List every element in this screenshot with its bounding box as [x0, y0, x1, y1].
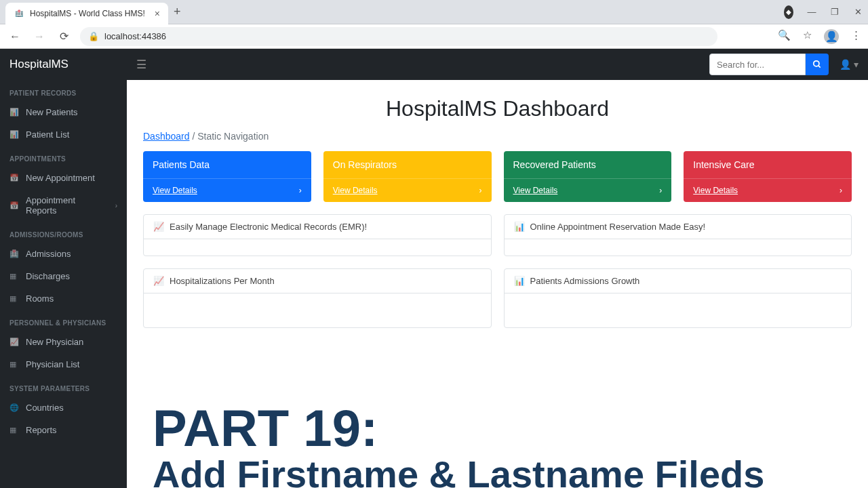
reload-button[interactable]: ⟳ [56, 28, 72, 45]
sidebar-item-icon: 🌐 [9, 403, 19, 412]
panel-appointment: 📊Online Appointment Reservation Made Eas… [504, 214, 852, 256]
sidebar-heading: PERSONNEL & PHYSICIANS [0, 310, 127, 331]
app-brand[interactable]: HospitalMS [0, 49, 127, 80]
lock-icon: 🔒 [88, 31, 99, 41]
sidebar-item-icon: 🏥 [9, 249, 19, 258]
sidebar-item-label: Countries [26, 403, 64, 413]
breadcrumb-current: Static Navigation [197, 131, 269, 142]
sidebar-item-label: New Physician [26, 337, 83, 347]
sidebar-item-rooms[interactable]: ▦Rooms [0, 287, 127, 310]
sidebar-item-icon: 📊 [9, 130, 19, 139]
sidebar-item-label: Appointment Reports [26, 195, 108, 216]
zoom-icon[interactable]: 🔍 [778, 29, 791, 44]
page-title: HospitalMS Dashboard [143, 96, 852, 121]
extension-icon[interactable]: ◆ [784, 7, 793, 17]
sidebar-item-appointment-reports[interactable]: 📅Appointment Reports› [0, 189, 127, 222]
menu-icon[interactable]: ⋮ [851, 29, 861, 44]
sidebar: PATIENT RECORDS📊New Patients📊Patient Lis… [0, 49, 127, 488]
user-menu[interactable]: 👤 ▾ [840, 59, 859, 70]
sidebar-item-discharges[interactable]: ▦Discharges [0, 265, 127, 287]
sidebar-item-new-physician[interactable]: 📈New Physician [0, 331, 127, 353]
forward-button[interactable]: → [31, 28, 47, 45]
sidebar-item-label: Reports [26, 425, 57, 435]
chart-area-icon: 📈 [153, 222, 164, 232]
browser-address-bar: ← → ⟳ 🔒 localhost:44386 🔍 ☆ 👤 ⋮ [0, 24, 868, 49]
sidebar-heading: APPOINTMENTS [0, 146, 127, 167]
sidebar-toggle-icon[interactable]: ☰ [136, 58, 146, 72]
sidebar-item-icon: ▦ [9, 272, 19, 281]
chevron-right-icon: › [840, 186, 842, 195]
url-text: localhost:44386 [104, 31, 166, 41]
breadcrumb-root[interactable]: Dashboard [143, 131, 190, 142]
view-details-link[interactable]: View Details [153, 186, 197, 195]
view-details-link[interactable]: View Details [333, 186, 378, 195]
bookmark-icon[interactable]: ☆ [803, 29, 812, 44]
sidebar-item-new-patients[interactable]: 📊New Patients [0, 101, 127, 123]
view-details-link[interactable]: View Details [693, 186, 738, 195]
sidebar-item-admissions[interactable]: 🏥Admissions [0, 243, 127, 265]
tab-title: HospitalMS - World Class HMS! [30, 9, 145, 18]
search-input[interactable] [709, 54, 806, 75]
chevron-right-icon: › [299, 186, 302, 195]
app-topbar: ☰ 👤 ▾ [127, 49, 868, 80]
panel-admissions-growth: 📊Patients Admissions Growth [504, 268, 852, 328]
stat-card-title: On Respirators [323, 151, 492, 178]
sidebar-item-icon: 📊 [9, 108, 19, 117]
sidebar-item-new-appointment[interactable]: 📅New Appointment [0, 167, 127, 189]
panel-emr: 📈Easily Manage Electronic Medical Record… [143, 214, 492, 256]
browser-tab-strip: 🏥 HospitalMS - World Class HMS! × + ◆ — … [0, 0, 868, 24]
sidebar-heading: ADMISSIONS/ROOMS [0, 222, 127, 243]
user-icon: 👤 [840, 59, 851, 70]
sidebar-item-label: Patient List [26, 129, 69, 140]
address-field[interactable]: 🔒 localhost:44386 [80, 27, 717, 46]
stat-card-yellow: On Respirators View Details› [323, 151, 492, 202]
close-icon[interactable]: × [155, 8, 160, 19]
sidebar-item-reports[interactable]: ▦Reports [0, 419, 127, 441]
sidebar-item-label: New Patients [26, 107, 78, 117]
sidebar-item-label: Admissions [26, 249, 71, 259]
panel-hospitalizations-title: Hospitalizations Per Month [170, 276, 275, 286]
svg-point-0 [814, 61, 819, 66]
stat-card-title: Patients Data [143, 151, 311, 178]
back-button[interactable]: ← [7, 28, 23, 45]
stat-card-title: Intensive Care [684, 151, 852, 178]
sidebar-item-label: New Appointment [26, 173, 95, 183]
chart-bar-icon: 📊 [514, 276, 525, 286]
sidebar-item-physician-list[interactable]: ▦Physician List [0, 353, 127, 375]
sidebar-item-patient-list[interactable]: 📊Patient List [0, 123, 127, 146]
sidebar-item-icon: ▦ [9, 360, 19, 369]
sidebar-item-icon: ▦ [9, 294, 19, 303]
panel-admissions-title: Patients Admissions Growth [530, 276, 640, 286]
sidebar-item-countries[interactable]: 🌐Countries [0, 396, 127, 419]
sidebar-item-label: Physician List [26, 359, 79, 369]
chart-area-icon: 📈 [153, 276, 164, 286]
sidebar-item-icon: ▦ [9, 426, 19, 434]
maximize-button[interactable]: ❐ [830, 7, 840, 17]
stat-card-red: Intensive Care View Details› [684, 151, 852, 202]
search-icon [812, 60, 822, 69]
search-box [709, 54, 829, 75]
panel-emr-title: Easily Manage Electronic Medical Records… [170, 222, 367, 232]
svg-line-1 [818, 66, 821, 68]
chevron-right-icon: › [659, 186, 662, 195]
new-tab-button[interactable]: + [174, 5, 181, 19]
sidebar-heading: SYSTEM PARAMETERS [0, 375, 127, 396]
close-window-button[interactable]: ✕ [853, 7, 863, 17]
view-details-link[interactable]: View Details [513, 186, 558, 195]
chevron-right-icon: › [479, 186, 482, 195]
panel-appointment-title: Online Appointment Reservation Made Easy… [530, 222, 706, 232]
stat-card-blue: Patients Data View Details› [143, 151, 311, 202]
chevron-right-icon: › [115, 202, 117, 209]
stat-card-title: Recovered Patients [504, 151, 672, 178]
sidebar-item-label: Rooms [26, 293, 54, 304]
search-button[interactable] [806, 54, 829, 75]
profile-icon[interactable]: 👤 [824, 29, 839, 44]
minimize-button[interactable]: — [807, 7, 816, 17]
main-content: HospitalMS Dashboard Dashboard / Static … [127, 49, 868, 488]
tab-favicon: 🏥 [14, 8, 24, 19]
stat-card-green: Recovered Patients View Details› [504, 151, 672, 202]
sidebar-item-icon: 📅 [9, 201, 19, 210]
browser-tab[interactable]: 🏥 HospitalMS - World Class HMS! × [5, 3, 168, 24]
sidebar-heading: PATIENT RECORDS [0, 80, 127, 101]
window-controls: ◆ — ❐ ✕ [784, 7, 863, 17]
